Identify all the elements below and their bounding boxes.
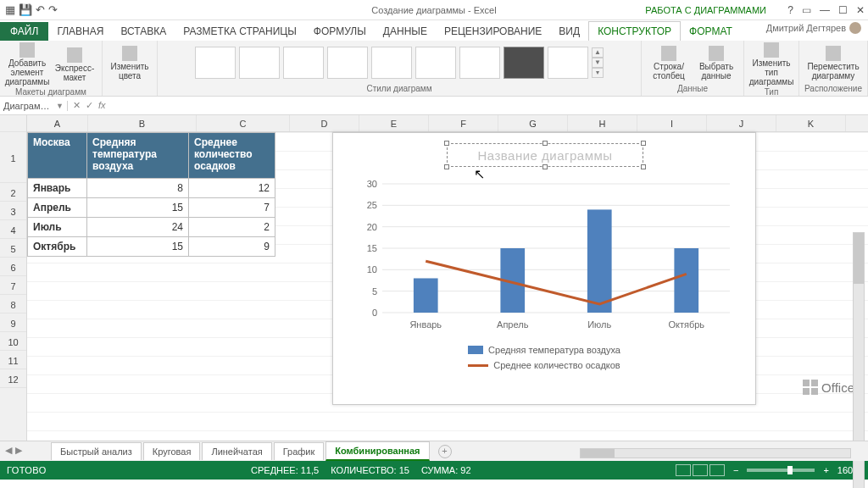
svg-text:5: 5 [372, 286, 377, 297]
table-row: Январь812 [28, 179, 275, 198]
table-row: Апрель157 [28, 198, 275, 218]
tab-formulas[interactable]: ФОРМУЛЫ [305, 22, 375, 41]
svg-text:Октябрь: Октябрь [668, 319, 704, 330]
ribbon: Добавить элемент диаграммы Экспресс-маке… [0, 41, 868, 97]
ribbon-toggle-icon[interactable]: ▭ [802, 4, 811, 16]
add-sheet-button[interactable]: + [438, 445, 452, 458]
save-icon[interactable]: 💾 [19, 3, 32, 16]
svg-text:30: 30 [367, 180, 377, 189]
close-icon[interactable]: ✕ [856, 4, 865, 16]
tab-design[interactable]: КОНСТРУКТОР [588, 21, 681, 41]
chart-style-5[interactable] [371, 47, 412, 79]
name-box[interactable]: Диаграм…▼ [0, 101, 68, 111]
ribbon-tabs: ФАЙЛ ГЛАВНАЯ ВСТАВКА РАЗМЕТКА СТРАНИЦЫ Ф… [0, 20, 868, 41]
svg-text:20: 20 [367, 222, 377, 232]
group-location: Расположение [804, 83, 862, 94]
chart-style-9[interactable] [548, 47, 588, 79]
chevron-down-icon[interactable]: ▼ [56, 102, 64, 110]
status-mode: ГОТОВО [7, 465, 47, 475]
chart-style-3[interactable] [283, 47, 324, 79]
accept-formula-icon[interactable]: ✓ [86, 100, 93, 111]
svg-text:Апрель: Апрель [497, 319, 529, 330]
sheet-tab[interactable]: Линейчатая [202, 442, 271, 460]
quick-layout-button[interactable]: Экспресс-макет [53, 47, 97, 82]
legend-swatch-bar [468, 346, 483, 354]
tab-review[interactable]: РЕЦЕНЗИРОВАНИЕ [436, 22, 550, 41]
table-row: Июль242 [28, 218, 275, 237]
fx-icon[interactable]: fx [98, 100, 106, 111]
window-controls: ? ▭ — ☐ ✕ [787, 4, 865, 16]
data-table[interactable]: Москва Средняя температура воздуха Средн… [27, 132, 275, 257]
chart-style-4[interactable] [327, 47, 368, 79]
help-icon[interactable]: ? [787, 4, 793, 16]
horizontal-scrollbar[interactable] [580, 448, 851, 458]
worksheet[interactable]: 1 234 567 8910 1112 A B C DEF GHI JK Мос… [0, 115, 868, 441]
avatar-icon [849, 22, 861, 34]
switch-row-column-button[interactable]: Строка/столбец [647, 46, 691, 80]
column-headers[interactable]: A B C DEF GHI JK [27, 115, 868, 132]
tab-format[interactable]: ФОРМАТ [681, 22, 741, 41]
change-chart-type-button[interactable]: Изменить тип диаграммы [749, 42, 793, 86]
group-type: Тип [765, 86, 779, 97]
tab-home[interactable]: ГЛАВНАЯ [48, 22, 112, 41]
group-data: Данные [677, 83, 708, 94]
file-tab[interactable]: ФАЙЛ [0, 22, 48, 41]
sheet-tab[interactable]: Круговая [143, 442, 201, 460]
change-colors-button[interactable]: Изменить цвета [108, 46, 152, 80]
chart-style-7[interactable] [459, 47, 500, 79]
chart-styles-gallery[interactable]: ▲▼▾ [195, 42, 604, 83]
gallery-scroll[interactable]: ▲▼▾ [592, 47, 604, 78]
chart-title[interactable]: Название диаграммы [447, 143, 643, 167]
zoom-slider[interactable] [747, 469, 815, 472]
formula-bar: Диаграм…▼ ✕ ✓ fx [0, 97, 868, 115]
svg-text:Январь: Январь [409, 319, 442, 330]
maximize-icon[interactable]: ☐ [838, 4, 848, 16]
undo-icon[interactable]: ↶ [36, 3, 45, 16]
status-bar: ГОТОВО СРЕДНЕЕ: 11,5 КОЛИЧЕСТВО: 15 СУММ… [0, 461, 868, 480]
move-chart-button[interactable]: Переместить диаграмму [811, 46, 855, 80]
svg-text:25: 25 [367, 200, 377, 210]
table-row: Октябрь159 [28, 237, 275, 257]
sheet-tab-active[interactable]: Комбинированная [326, 441, 429, 461]
tab-insert[interactable]: ВСТАВКА [112, 22, 175, 41]
tab-view[interactable]: ВИД [550, 22, 588, 41]
chart-legend[interactable]: Средняя температура воздуха Среднее коли… [333, 345, 755, 370]
sheet-tabs: ◀▶ Быстрый анализ Круговая Линейчатая Гр… [0, 441, 868, 461]
table-header-precip[interactable]: Среднее количество осадков [189, 133, 275, 179]
sheet-tab[interactable]: График [274, 442, 325, 460]
excel-app-icon: ▦ [5, 3, 15, 16]
row-headers[interactable]: 1 234 567 8910 1112 [0, 115, 27, 441]
chart-plot-area[interactable]: 051015202530ЯнварьАпрельИюльОктябрь [352, 180, 738, 333]
svg-rect-16 [587, 209, 612, 313]
group-chart-styles: Стили диаграмм [366, 83, 431, 94]
add-chart-element-button[interactable]: Добавить элемент диаграммы [5, 42, 49, 86]
group-chart-layouts: Макеты диаграмм [15, 86, 86, 97]
redo-icon[interactable]: ↷ [48, 3, 58, 16]
minimize-icon[interactable]: — [820, 4, 830, 16]
table-header-temp[interactable]: Средняя температура воздуха [87, 133, 189, 179]
svg-rect-17 [674, 248, 698, 313]
select-data-button[interactable]: Выбрать данные [694, 46, 738, 80]
tab-data[interactable]: ДАННЫЕ [375, 22, 436, 41]
context-tab-title: РАБОТА С ДИАГРАММАМИ [645, 5, 766, 15]
svg-text:0: 0 [372, 308, 377, 318]
sheet-nav[interactable]: ◀▶ [5, 445, 22, 456]
cancel-formula-icon[interactable]: ✕ [73, 100, 81, 111]
chart-object[interactable]: Название диаграммы ↖ 051015202530ЯнварьА… [332, 132, 756, 405]
chart-style-1[interactable] [195, 47, 236, 79]
chart-style-2[interactable] [239, 47, 280, 79]
svg-text:15: 15 [367, 243, 377, 253]
view-switcher[interactable] [676, 464, 725, 476]
legend-swatch-line [468, 364, 488, 367]
svg-text:Июль: Июль [587, 319, 611, 330]
account-name: Дмитрий Дегтярев [766, 23, 846, 33]
svg-text:10: 10 [367, 264, 377, 274]
tab-layout[interactable]: РАЗМЕТКА СТРАНИЦЫ [175, 22, 305, 41]
table-header-city[interactable]: Москва [28, 133, 87, 179]
window-title: Создание диаграммы - Excel [371, 5, 496, 15]
chart-style-6[interactable] [415, 47, 456, 79]
svg-rect-14 [414, 278, 438, 313]
account-label[interactable]: Дмитрий Дегтярев [766, 22, 861, 34]
chart-style-8[interactable] [504, 47, 544, 79]
sheet-tab[interactable]: Быстрый анализ [51, 442, 142, 460]
